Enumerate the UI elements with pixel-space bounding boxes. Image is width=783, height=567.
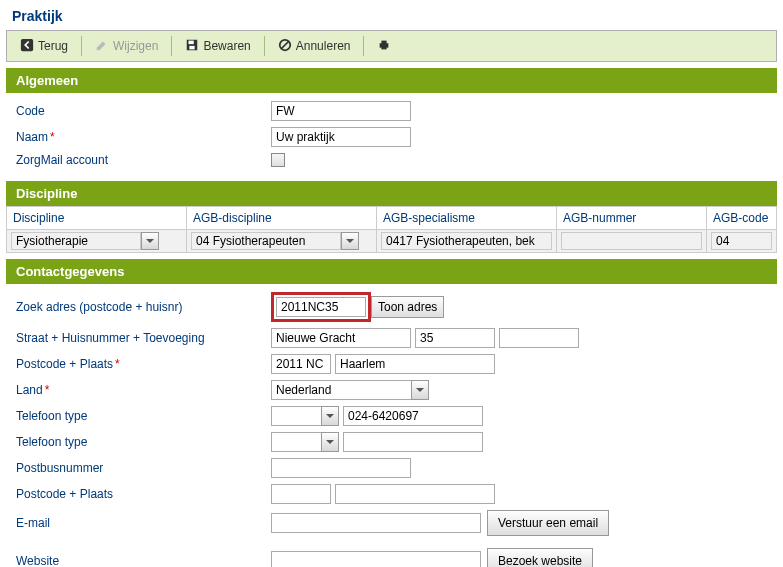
cancel-label: Annuleren xyxy=(296,39,351,53)
print-icon xyxy=(377,38,391,55)
svg-rect-2 xyxy=(189,40,194,44)
divider xyxy=(264,36,265,56)
zoek-adres-label: Zoek adres (postcode + huisnr) xyxy=(16,300,271,314)
land-input[interactable] xyxy=(271,380,411,400)
email-label: E-mail xyxy=(16,516,271,530)
th-discipline: Discipline xyxy=(7,207,187,230)
code-label: Code xyxy=(16,104,271,118)
section-body-algemeen: Code Naam* ZorgMail account xyxy=(6,93,777,175)
agb-code-input[interactable] xyxy=(711,232,772,250)
website-label: Website xyxy=(16,554,271,567)
divider xyxy=(171,36,172,56)
toon-adres-button[interactable]: Toon adres xyxy=(371,296,444,318)
required-star: * xyxy=(50,130,55,144)
pencil-icon xyxy=(95,38,109,55)
th-agb-nummer: AGB-nummer xyxy=(557,207,707,230)
section-body-contact: Zoek adres (postcode + huisnr) Toon adre… xyxy=(6,284,777,567)
postcode2-input[interactable] xyxy=(271,484,331,504)
cancel-button[interactable]: Annuleren xyxy=(271,35,358,57)
verstuur-email-button[interactable]: Verstuur een email xyxy=(487,510,609,536)
telefoon1-type-input[interactable] xyxy=(271,406,321,426)
svg-rect-8 xyxy=(382,46,387,49)
discipline-input[interactable] xyxy=(11,232,141,250)
th-agb-specialisme: AGB-specialisme xyxy=(377,207,557,230)
svg-rect-0 xyxy=(21,38,33,50)
bezoek-website-button[interactable]: Bezoek website xyxy=(487,548,593,567)
back-button[interactable]: Terug xyxy=(13,35,75,57)
postcode-plaats-label-text: Postcode + Plaats xyxy=(16,357,113,371)
discipline-table: Discipline AGB-discipline AGB-specialism… xyxy=(6,206,777,253)
toevoeging-input[interactable] xyxy=(499,328,579,348)
required-star: * xyxy=(45,383,50,397)
agb-nummer-input[interactable] xyxy=(561,232,702,250)
naam-label: Naam* xyxy=(16,130,271,144)
dropdown-button[interactable] xyxy=(141,232,159,250)
code-input[interactable] xyxy=(271,101,411,121)
back-label: Terug xyxy=(38,39,68,53)
agb-specialisme-input[interactable] xyxy=(381,232,552,250)
th-agb-code: AGB-code xyxy=(707,207,777,230)
section-header-contact: Contactgegevens xyxy=(6,259,777,284)
plaats2-input[interactable] xyxy=(335,484,495,504)
naam-input[interactable] xyxy=(271,127,411,147)
th-agb-discipline: AGB-discipline xyxy=(187,207,377,230)
land-label: Land* xyxy=(16,383,271,397)
svg-rect-7 xyxy=(382,40,387,44)
edit-label: Wijzigen xyxy=(113,39,158,53)
land-label-text: Land xyxy=(16,383,43,397)
highlight-box xyxy=(271,292,371,322)
dropdown-button[interactable] xyxy=(321,432,339,452)
telefoon-type-label: Telefoon type xyxy=(16,409,271,423)
svg-rect-3 xyxy=(190,45,195,49)
telefoon2-input[interactable] xyxy=(343,432,483,452)
postbus-input[interactable] xyxy=(271,458,411,478)
email-input[interactable] xyxy=(271,513,481,533)
huisnr-input[interactable] xyxy=(415,328,495,348)
telefoon-type2-label: Telefoon type xyxy=(16,435,271,449)
section-header-discipline: Discipline xyxy=(6,181,777,206)
dropdown-button[interactable] xyxy=(321,406,339,426)
zoek-adres-input[interactable] xyxy=(276,297,366,317)
postcode-plaats2-label: Postcode + Plaats xyxy=(16,487,271,501)
save-button[interactable]: Bewaren xyxy=(178,35,257,57)
telefoon2-type-input[interactable] xyxy=(271,432,321,452)
zorgmail-checkbox[interactable] xyxy=(271,153,285,167)
required-star: * xyxy=(115,357,120,371)
page-title: Praktijk xyxy=(0,0,783,30)
website-input[interactable] xyxy=(271,551,481,567)
save-icon xyxy=(185,38,199,55)
cancel-icon xyxy=(278,38,292,55)
postcode-plaats-label: Postcode + Plaats* xyxy=(16,357,271,371)
zorgmail-label: ZorgMail account xyxy=(16,153,271,167)
telefoon1-input[interactable] xyxy=(343,406,483,426)
plaats-input[interactable] xyxy=(335,354,495,374)
svg-line-5 xyxy=(281,41,288,48)
save-label: Bewaren xyxy=(203,39,250,53)
print-button[interactable] xyxy=(370,35,398,57)
naam-label-text: Naam xyxy=(16,130,48,144)
straat-input[interactable] xyxy=(271,328,411,348)
table-row xyxy=(7,230,777,253)
postbus-label: Postbusnummer xyxy=(16,461,271,475)
divider xyxy=(363,36,364,56)
straat-label: Straat + Huisnummer + Toevoeging xyxy=(16,331,271,345)
agb-discipline-input[interactable] xyxy=(191,232,341,250)
arrow-left-icon xyxy=(20,38,34,55)
postcode-input[interactable] xyxy=(271,354,331,374)
section-header-algemeen: Algemeen xyxy=(6,68,777,93)
dropdown-button[interactable] xyxy=(341,232,359,250)
dropdown-button[interactable] xyxy=(411,380,429,400)
edit-button: Wijzigen xyxy=(88,35,165,57)
divider xyxy=(81,36,82,56)
toolbar: Terug Wijzigen Bewaren Annuleren xyxy=(6,30,777,62)
